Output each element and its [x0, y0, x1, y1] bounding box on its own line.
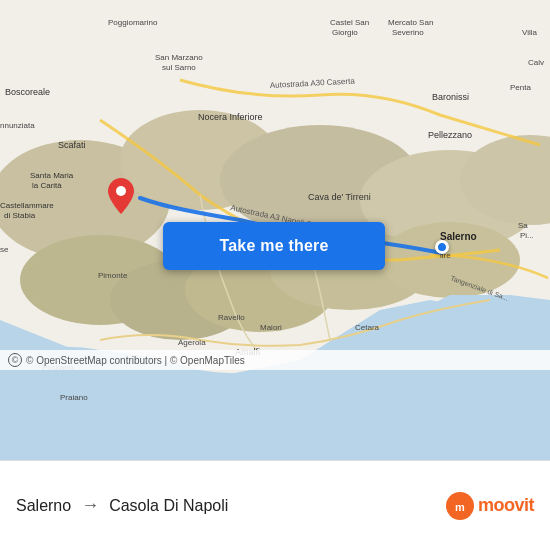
svg-text:Poggiomarino: Poggiomarino: [108, 18, 158, 27]
svg-text:Scafati: Scafati: [58, 140, 86, 150]
route-origin: Salerno: [16, 497, 71, 515]
svg-text:m: m: [455, 501, 465, 513]
origin-dot: [435, 240, 449, 254]
svg-text:Giorgio: Giorgio: [332, 28, 358, 37]
svg-text:Praiano: Praiano: [60, 393, 88, 402]
svg-text:Boscoreale: Boscoreale: [5, 87, 50, 97]
map-container: Autostrada A30 Caserta Autostrada A3 Nap…: [0, 0, 550, 460]
svg-text:Castel San: Castel San: [330, 18, 369, 27]
moovit-logo: m moovit: [446, 492, 534, 520]
svg-text:Santa Maria: Santa Maria: [30, 171, 74, 180]
moovit-brand-name: moovit: [478, 495, 534, 516]
bottom-bar: Salerno → Casola Di Napoli m moovit: [0, 460, 550, 550]
svg-text:nnunziata: nnunziata: [0, 121, 35, 130]
svg-text:Ravello: Ravello: [218, 313, 245, 322]
attribution-text: © OpenStreetMap contributors | © OpenMap…: [26, 355, 245, 366]
copyright-icon: ©: [8, 353, 22, 367]
destination-pin: [108, 178, 134, 214]
svg-text:Pimonte: Pimonte: [98, 271, 128, 280]
svg-text:Castellammare: Castellammare: [0, 201, 54, 210]
svg-text:Pi...: Pi...: [520, 231, 534, 240]
svg-text:Pellezzano: Pellezzano: [428, 130, 472, 140]
svg-text:Severino: Severino: [392, 28, 424, 37]
route-info: Salerno → Casola Di Napoli: [16, 495, 446, 516]
svg-text:Mercato San: Mercato San: [388, 18, 433, 27]
svg-text:Sa: Sa: [518, 221, 528, 230]
route-arrow: →: [81, 495, 99, 516]
svg-text:Cava de' Tirreni: Cava de' Tirreni: [308, 192, 371, 202]
svg-text:Cetara: Cetara: [355, 323, 380, 332]
svg-text:la Carità: la Carità: [32, 181, 62, 190]
route-destination: Casola Di Napoli: [109, 497, 228, 515]
map-attribution: © © OpenStreetMap contributors | © OpenM…: [0, 350, 550, 370]
svg-text:se: se: [0, 245, 9, 254]
take-me-there-button[interactable]: Take me there: [163, 222, 385, 270]
svg-text:Nocera Inferiore: Nocera Inferiore: [198, 112, 263, 122]
svg-text:San Marzano: San Marzano: [155, 53, 203, 62]
svg-text:Maiori: Maiori: [260, 323, 282, 332]
button-label: Take me there: [219, 237, 328, 255]
moovit-icon: m: [446, 492, 474, 520]
svg-text:di Stabia: di Stabia: [4, 211, 36, 220]
svg-point-50: [116, 186, 126, 196]
svg-text:Penta: Penta: [510, 83, 531, 92]
svg-text:Villa: Villa: [522, 28, 538, 37]
svg-text:Agerola: Agerola: [178, 338, 206, 347]
svg-text:sul Sarno: sul Sarno: [162, 63, 196, 72]
svg-text:Calv: Calv: [528, 58, 544, 67]
svg-text:Baronissi: Baronissi: [432, 92, 469, 102]
